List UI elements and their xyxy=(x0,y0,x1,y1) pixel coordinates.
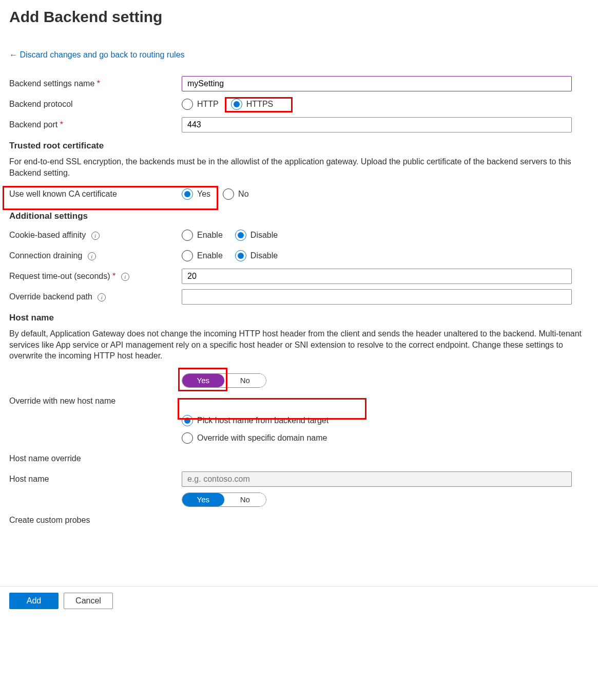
radio-circle-icon xyxy=(235,250,246,261)
cookie-enable-radio[interactable]: Enable xyxy=(182,230,223,241)
cancel-button[interactable]: Cancel xyxy=(64,593,113,609)
discard-back-link[interactable]: ← Discard changes and go back to routing… xyxy=(9,50,185,60)
host-name-input xyxy=(182,471,572,487)
hostname-toggle-no[interactable]: No xyxy=(224,374,266,387)
hostname-toggle-yes[interactable]: Yes xyxy=(182,374,224,387)
ca-no-radio[interactable]: No xyxy=(223,188,248,200)
cookie-affinity-label: Cookie-based affinity i xyxy=(9,231,182,240)
override-path-input[interactable] xyxy=(182,289,572,305)
timeout-input[interactable] xyxy=(182,269,572,284)
add-button[interactable]: Add xyxy=(9,593,59,609)
info-icon[interactable]: i xyxy=(88,252,96,260)
override-path-label: Override backend path i xyxy=(9,292,182,301)
cookie-disable-radio[interactable]: Disable xyxy=(235,230,278,241)
specific-hostname-radio[interactable]: Override with specific domain name xyxy=(182,432,327,444)
hostname-desc: By default, Application Gateway does not… xyxy=(9,328,589,362)
protocol-https-radio[interactable]: HTTPS xyxy=(231,99,273,110)
ca-yes-radio[interactable]: Yes xyxy=(182,188,210,200)
settings-name-input[interactable] xyxy=(182,76,572,91)
protocol-label: Backend protocol xyxy=(9,100,182,109)
drain-disable-radio[interactable]: Disable xyxy=(235,250,278,261)
probes-toggle-yes[interactable]: Yes xyxy=(182,493,224,506)
radio-circle-icon xyxy=(235,230,246,241)
radio-circle-icon xyxy=(182,188,193,200)
radio-circle-icon xyxy=(182,230,193,241)
trusted-cert-heading: Trusted root certificate xyxy=(9,141,598,151)
info-icon[interactable]: i xyxy=(98,293,106,301)
port-label: Backend port * xyxy=(9,120,182,129)
radio-circle-icon xyxy=(231,99,242,110)
required-indicator: * xyxy=(97,79,100,88)
info-icon[interactable]: i xyxy=(91,232,100,240)
pick-hostname-radio[interactable]: Pick host name from backend target xyxy=(182,415,329,426)
page-title: Add Backend setting xyxy=(9,8,598,26)
protocol-http-radio[interactable]: HTTP xyxy=(182,99,219,110)
ca-cert-label: Use well known CA certificate xyxy=(9,190,182,199)
trusted-cert-desc: For end-to-end SSL encryption, the backe… xyxy=(9,156,589,178)
radio-circle-icon xyxy=(182,99,193,110)
hostname-heading: Host name xyxy=(9,313,598,323)
required-indicator: * xyxy=(112,272,115,280)
drain-enable-radio[interactable]: Enable xyxy=(182,250,223,261)
radio-circle-icon xyxy=(223,188,234,200)
probes-toggle-no[interactable]: No xyxy=(224,493,266,506)
radio-circle-icon xyxy=(182,432,193,444)
drain-label: Connection draining i xyxy=(9,251,182,260)
create-probes-label: Create custom probes xyxy=(9,516,182,525)
probes-toggle[interactable]: Yes No xyxy=(182,493,266,507)
additional-heading: Additional settings xyxy=(9,211,598,221)
radio-circle-icon xyxy=(182,415,193,426)
timeout-label: Request time-out (seconds) * i xyxy=(9,272,182,281)
override-hostname-label: Override with new host name xyxy=(9,396,182,406)
hostname-toggle[interactable]: Yes No xyxy=(182,373,266,388)
port-input[interactable] xyxy=(182,117,572,133)
info-icon[interactable]: i xyxy=(121,273,129,281)
required-indicator: * xyxy=(60,120,63,129)
settings-name-label: Backend settings name * xyxy=(9,79,182,88)
host-name-label: Host name xyxy=(9,475,182,484)
radio-circle-icon xyxy=(182,250,193,261)
host-override-label: Host name override xyxy=(9,454,182,463)
